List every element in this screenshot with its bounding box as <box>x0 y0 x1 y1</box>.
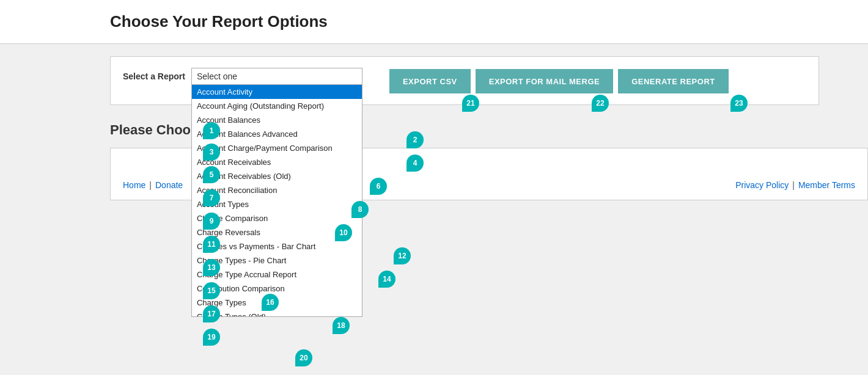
dropdown-item-10[interactable]: Charge Comparison <box>192 211 362 225</box>
footer-sep-2: | <box>792 180 795 190</box>
badge-20: 20 <box>295 349 312 366</box>
dropdown-item-15[interactable]: Contribution Comparison <box>192 282 362 296</box>
dropdown-item-2[interactable]: Account Aging (Outstanding Report) <box>192 99 362 113</box>
footer-home-link[interactable]: Home <box>123 180 145 190</box>
page-title: Choose Your Report Options <box>0 0 868 44</box>
footer-donate-link[interactable]: Donate <box>155 180 183 190</box>
dropdown-list: Account ActivityAccount Aging (Outstandi… <box>191 85 362 317</box>
generate-report-button[interactable]: GENERATE REPORT <box>618 69 729 93</box>
footer-privacy-link[interactable]: Privacy Policy <box>735 180 789 190</box>
dropdown-item-17[interactable]: Charge Types (Old) <box>192 310 362 317</box>
dropdown-item-9[interactable]: Account Types <box>192 197 362 211</box>
select-row: Select a Report Select one Account Activ… <box>123 68 362 85</box>
export-csv-button[interactable]: EXPORT CSV <box>389 69 471 93</box>
dropdown-item-14[interactable]: Charge Type Accrual Report <box>192 268 362 282</box>
badge-19: 19 <box>203 329 220 346</box>
dropdown-item-8[interactable]: Account Reconciliation <box>192 183 362 197</box>
report-select[interactable]: Select one <box>191 68 362 85</box>
dropdown-item-3[interactable]: Account Balances <box>192 113 362 127</box>
dropdown-item-16[interactable]: Charge Types <box>192 296 362 310</box>
dropdown-item-6[interactable]: Account Receivables <box>192 155 362 169</box>
footer-sep-1: | <box>149 180 152 190</box>
dropdown-item-1[interactable]: Account Activity <box>192 85 362 99</box>
main-content: Select a Report Select one Account Activ… <box>0 44 868 213</box>
dropdown-item-13[interactable]: Charge Types - Pie Chart <box>192 253 362 268</box>
dropdown-item-12[interactable]: Charges vs Payments - Bar Chart <box>192 239 362 253</box>
select-label: Select a Report <box>123 71 185 81</box>
report-form-box: Select a Report Select one Account Activ… <box>110 56 819 105</box>
dropdown-item-4[interactable]: Account Balances Advanced <box>192 127 362 141</box>
export-mail-merge-button[interactable]: EXPORT FOR MAIL MERGE <box>476 69 613 93</box>
dropdown-item-5[interactable]: Account Charge/Payment Comparison <box>192 141 362 155</box>
footer-member-terms-link[interactable]: Member Terms <box>798 180 855 190</box>
page-wrapper: Choose Your Report Options Select a Repo… <box>0 0 868 375</box>
badge-18: 18 <box>333 317 350 334</box>
badge-12: 12 <box>394 247 411 264</box>
buttons-row: EXPORT CSV EXPORT FOR MAIL MERGE GENERAT… <box>384 69 729 93</box>
dropdown-item-7[interactable]: Account Receivables (Old) <box>192 169 362 183</box>
select-container: Select one Account ActivityAccount Aging… <box>191 68 362 85</box>
badge-14: 14 <box>378 271 395 288</box>
dropdown-item-11[interactable]: Charge Reversals <box>192 225 362 239</box>
